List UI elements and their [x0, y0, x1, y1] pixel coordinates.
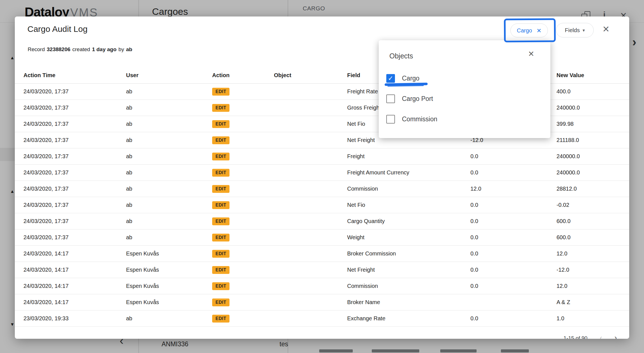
modal-close-icon[interactable]: ✕	[602, 25, 610, 34]
header-new-value: New Value	[557, 72, 618, 79]
cell-old-value: 0.0	[470, 169, 557, 176]
cell-action-time: 24/03/2020, 17:37	[23, 186, 126, 192]
header-user: User	[126, 72, 212, 79]
cell-new-value: -0.02	[557, 202, 618, 208]
paginator-range-label: 1-15 of 90	[564, 335, 588, 339]
header-action-time: Action Time	[23, 72, 126, 79]
table-row: 24/03/2020, 17:37 ab EDIT Freight Amount…	[15, 165, 629, 181]
cell-new-value: 211188.0	[557, 137, 618, 143]
cell-user: Espen Kuvås	[126, 250, 212, 257]
cell-new-value: 240000.0	[557, 153, 618, 160]
edit-badge: EDIT	[212, 217, 229, 225]
cell-user: ab	[126, 169, 212, 176]
table-row: 24/03/2020, 17:37 ab EDIT Freight 0.0 24…	[15, 148, 629, 165]
objects-popup-list: ✓ Cargo ✓ Cargo Port ✓ Commission	[386, 68, 545, 129]
object-filter-label: Cargo Port	[402, 95, 433, 103]
objects-popup-title: Objects	[389, 52, 413, 60]
object-checkbox[interactable]: ✓	[386, 74, 395, 83]
cell-action-time: 24/03/2020, 17:37	[23, 169, 126, 176]
cell-action-time: 24/03/2020, 17:37	[23, 218, 126, 224]
cell-action: EDIT	[212, 234, 274, 241]
cell-action-time: 24/03/2020, 14:17	[23, 250, 126, 257]
paginator: 1-15 of 90 ‹ ›	[564, 335, 617, 339]
cell-old-value: 12.0	[470, 186, 557, 192]
record-label: Record	[28, 46, 45, 53]
cell-field: Commission	[347, 186, 470, 192]
cell-field: Freight	[347, 153, 470, 160]
fields-button-label: Fields	[565, 27, 580, 34]
cell-user: ab	[126, 315, 212, 322]
record-id: 32388206	[47, 46, 70, 53]
cell-field: Net Freight	[347, 267, 470, 273]
cell-action: EDIT	[212, 217, 274, 225]
edit-badge: EDIT	[212, 298, 229, 306]
record-age: 1 day ago	[92, 46, 117, 53]
table-row: 24/03/2020, 17:37 ab EDIT Net Fio 0.0 -0…	[15, 197, 629, 213]
edit-badge: EDIT	[212, 250, 229, 258]
edit-badge: EDIT	[212, 120, 229, 128]
cell-action-time: 24/03/2020, 17:37	[23, 202, 126, 208]
table-row: 24/03/2020, 17:37 ab EDIT Cargo Quantity…	[15, 213, 629, 229]
cell-old-value: 0.0	[470, 283, 557, 289]
record-created-label: created	[72, 46, 90, 53]
cell-action: EDIT	[212, 315, 274, 323]
edit-badge: EDIT	[212, 169, 229, 177]
table-row: 24/03/2020, 14:17 Espen Kuvås EDIT Commi…	[15, 278, 629, 294]
cell-action-time: 24/03/2020, 14:17	[23, 299, 126, 305]
cell-action: EDIT	[212, 282, 274, 290]
cell-action: EDIT	[212, 266, 274, 274]
cell-new-value: 1.0	[557, 315, 618, 322]
fields-dropdown-button[interactable]: Fields ▾	[556, 23, 594, 37]
cell-field: Exchange Rate	[347, 315, 470, 322]
cell-action-time: 24/03/2020, 17:37	[23, 234, 126, 241]
cell-action-time: 24/03/2020, 17:37	[23, 121, 126, 127]
cell-new-value: 240000.0	[557, 169, 618, 176]
object-filter-label: Commission	[402, 115, 437, 123]
paginator-next-icon[interactable]: ›	[614, 335, 617, 339]
cell-old-value: 0.0	[470, 218, 557, 224]
cell-old-value: 0.0	[470, 250, 557, 257]
cell-old-value: 0.0	[470, 315, 557, 322]
cell-user: ab	[126, 186, 212, 192]
cell-action: EDIT	[212, 250, 274, 258]
edit-badge: EDIT	[212, 282, 229, 290]
cell-action-time: 23/03/2020, 19:33	[23, 315, 126, 322]
cell-user: Espen Kuvås	[126, 299, 212, 305]
object-checkbox[interactable]: ✓	[386, 115, 395, 124]
cell-action: EDIT	[212, 201, 274, 209]
edit-badge: EDIT	[212, 315, 229, 323]
cell-new-value: 28812.0	[557, 186, 618, 192]
annotation-underline-cargo-option	[385, 83, 428, 86]
header-action: Action	[212, 72, 274, 79]
cell-action: EDIT	[212, 136, 274, 144]
cell-action: EDIT	[212, 169, 274, 177]
cell-old-value: 0.0	[470, 202, 557, 208]
cell-new-value: 600.0	[557, 218, 618, 224]
edit-badge: EDIT	[212, 88, 229, 96]
table-row: 24/03/2020, 14:17 Espen Kuvås EDIT Broke…	[15, 246, 629, 262]
cell-new-value: 399.98	[557, 121, 618, 127]
object-filter-option[interactable]: ✓ Commission	[386, 109, 545, 129]
cell-user: Espen Kuvås	[126, 267, 212, 273]
cell-user: ab	[126, 137, 212, 143]
object-checkbox[interactable]: ✓	[386, 94, 395, 103]
objects-popup-close-icon[interactable]: ✕	[528, 50, 534, 58]
paginator-prev-icon[interactable]: ‹	[600, 335, 602, 339]
object-filter-option[interactable]: ✓ Cargo Port	[386, 89, 545, 109]
cell-field: Broker Name	[347, 299, 470, 305]
cell-field: Cargo Quantity	[347, 218, 470, 224]
cell-action-time: 24/03/2020, 17:37	[23, 153, 126, 160]
cell-user: ab	[126, 234, 212, 241]
table-row: 24/03/2020, 14:17 Espen Kuvås EDIT Broke…	[15, 294, 629, 311]
cell-user: ab	[126, 88, 212, 95]
record-summary: Record 32388206 created 1 day ago by ab	[28, 46, 132, 53]
cell-new-value: 600.0	[557, 234, 618, 241]
object-filter-label: Cargo	[402, 75, 420, 82]
cell-new-value: 12.0	[557, 283, 618, 289]
cell-field: Net Fio	[347, 202, 470, 208]
edit-badge: EDIT	[212, 234, 229, 241]
cell-new-value: 400.0	[557, 88, 618, 95]
cell-field: Commission	[347, 283, 470, 289]
caret-down-icon: ▾	[583, 28, 585, 33]
cell-user: ab	[126, 121, 212, 127]
